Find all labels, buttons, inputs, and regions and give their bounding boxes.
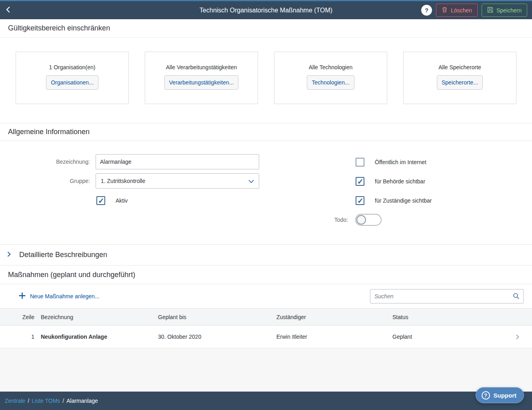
search-box [370, 289, 524, 303]
technologies-button[interactable]: Technologien... [307, 75, 354, 90]
column-header-geplant-bis: Geplant bis [158, 314, 276, 320]
add-measure-button[interactable]: Neue Maßnahme anlegen... [18, 292, 100, 301]
zustaendige-checkbox[interactable] [356, 196, 364, 205]
support-button-label: Support [494, 392, 517, 399]
column-header-zustaendiger: Zuständiger [276, 314, 392, 320]
chevron-right-icon [7, 251, 11, 259]
card-processing-activities: Alle Verarbeitungstätigkeiten Verarbeitu… [145, 52, 258, 104]
aktiv-checkbox-row: Aktiv [96, 196, 128, 205]
behoerde-checkbox[interactable] [356, 177, 364, 186]
scope-cards: 1 Organisation(en) Organisationen... All… [0, 38, 532, 123]
save-button[interactable]: Speichern [482, 4, 527, 17]
cell-geplant-bis: 30. Oktober 2020 [158, 334, 276, 340]
general-info-title: Allgemeine Informationen [0, 123, 532, 141]
internet-label: Öffentlich im Internet [375, 159, 426, 165]
plus-icon [18, 292, 26, 301]
zustaendige-label: für Zuständige sichtbar [375, 197, 432, 204]
general-info-section: Allgemeine Informationen Bezeichnung: Gr… [0, 123, 532, 244]
behoerde-checkbox-row: für Behörde sichtbar [356, 177, 425, 186]
breadcrumb-liste-toms[interactable]: Liste TOMs [32, 398, 60, 404]
save-button-label: Speichern [496, 7, 522, 14]
storage-locations-button[interactable]: Speicherorte... [437, 75, 483, 90]
todo-toggle[interactable] [355, 214, 382, 226]
support-button[interactable]: ? Support [476, 387, 524, 403]
cell-status: Geplant [392, 334, 514, 340]
behoerde-label: für Behörde sichtbar [375, 178, 425, 185]
organisations-button[interactable]: Organisationen... [46, 75, 98, 90]
delete-button-label: Löschen [451, 7, 472, 14]
chevron-left-icon [5, 6, 12, 15]
help-button[interactable]: ? [421, 5, 432, 16]
back-button[interactable] [5, 4, 18, 17]
cell-zustaendiger: Erwin Itleiter [276, 334, 392, 340]
search-input[interactable] [370, 289, 524, 303]
cell-zeile: 1 [0, 334, 34, 340]
search-icon[interactable] [513, 293, 520, 301]
internet-checkbox[interactable] [356, 158, 364, 167]
breadcrumb-zentrale[interactable]: Zentrale [5, 398, 25, 404]
breadcrumb-current: Alarmanlage [66, 398, 98, 404]
header-actions: ? Löschen Speichern [421, 4, 527, 17]
add-measure-label: Neue Maßnahme anlegen... [30, 293, 100, 299]
gruppe-selected-value: 1. Zutrittskontrolle [101, 178, 145, 184]
todo-row: Todo: [240, 214, 382, 226]
breadcrumb-separator: / [28, 398, 29, 404]
card-storage-locations: Alle Speicherorte Speicherorte... [403, 52, 516, 104]
aktiv-checkbox[interactable] [96, 196, 105, 205]
column-header-zeile: Zeile [0, 314, 34, 320]
cell-bezeichnung: Neukonfiguration Anlage [34, 334, 158, 340]
scope-section: Gültigkeitsbereich einschränken 1 Organi… [0, 19, 532, 123]
bezeichnung-label: Bezeichnung: [0, 159, 90, 165]
page-title: Technisch Organisatorische Maßnahme (TOM… [200, 7, 332, 14]
processing-activities-button[interactable]: Verarbeitungstätigkeiten... [164, 75, 239, 90]
column-header-bezeichnung: Bezeichnung [34, 314, 158, 320]
zustaendige-checkbox-row: für Zuständige sichtbar [356, 196, 432, 205]
details-expander[interactable]: Detaillierte Beschreibungen [0, 244, 532, 265]
internet-checkbox-row: Öffentlich im Internet [356, 158, 426, 167]
card-processing-activities-text: Alle Verarbeitungstätigkeiten [166, 64, 237, 70]
content-filler [0, 348, 532, 392]
gruppe-field-row: Gruppe: 1. Zutrittskontrolle [0, 173, 259, 189]
column-header-status: Status [392, 314, 514, 320]
aktiv-label: Aktiv [116, 197, 128, 204]
delete-button[interactable]: Löschen [436, 4, 478, 17]
measures-table-header: Zeile Bezeichnung Geplant bis Zuständige… [0, 308, 532, 326]
card-technologies-text: Alle Technologien [309, 64, 353, 70]
table-row[interactable]: 1 Neukonfiguration Anlage 30. Oktober 20… [0, 326, 532, 348]
card-organisations: 1 Organisation(en) Organisationen... [16, 52, 129, 104]
row-chevron-right-icon [514, 334, 532, 340]
bezeichnung-field-row: Bezeichnung: [0, 154, 259, 169]
save-disk-icon [487, 7, 493, 14]
breadcrumb-separator: / [62, 398, 64, 404]
card-technologies: Alle Technologien Technologien... [274, 52, 387, 104]
details-section-title: Detaillierte Beschreibungen [19, 251, 107, 259]
bezeichnung-input[interactable] [96, 154, 259, 169]
card-storage-locations-text: Alle Speicherorte [438, 64, 481, 70]
question-mark-icon: ? [425, 7, 428, 14]
measures-section-title: Maßnahmen (geplant und durchgeführt) [0, 265, 532, 284]
trash-icon [442, 6, 448, 14]
todo-label: Todo: [240, 217, 348, 223]
toggle-knob-icon [356, 215, 366, 225]
chevron-down-icon [248, 178, 254, 184]
support-question-icon: ? [482, 391, 490, 400]
footer-bar: Zentrale / Liste TOMs / Alarmanlage [0, 392, 532, 410]
measures-toolbar: Neue Maßnahme anlegen... [0, 284, 532, 308]
gruppe-label: Gruppe: [0, 178, 90, 184]
gruppe-select[interactable]: 1. Zutrittskontrolle [96, 173, 259, 189]
app-header: Technisch Organisatorische Maßnahme (TOM… [0, 0, 532, 19]
general-info-form: Bezeichnung: Gruppe: 1. Zutrittskontroll… [0, 141, 532, 244]
scope-section-title: Gültigkeitsbereich einschränken [0, 19, 532, 38]
card-organisations-text: 1 Organisation(en) [49, 64, 96, 70]
